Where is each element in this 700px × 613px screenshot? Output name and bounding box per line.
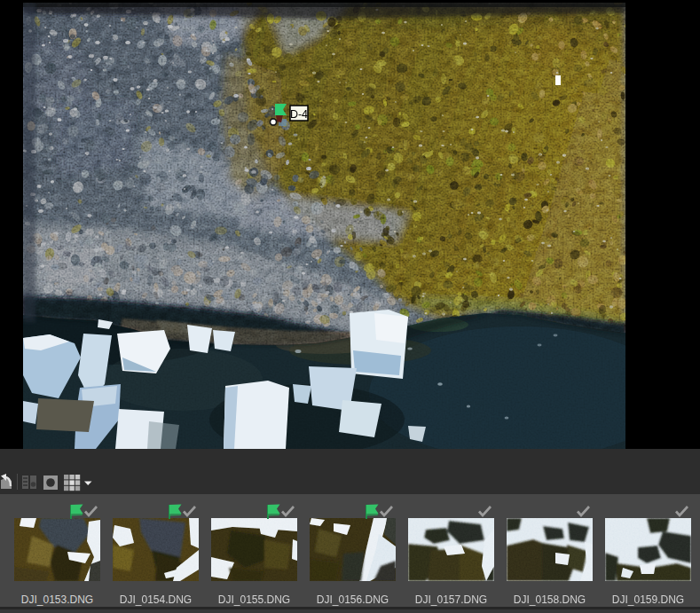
svg-text:D-4: D-4	[290, 108, 308, 121]
